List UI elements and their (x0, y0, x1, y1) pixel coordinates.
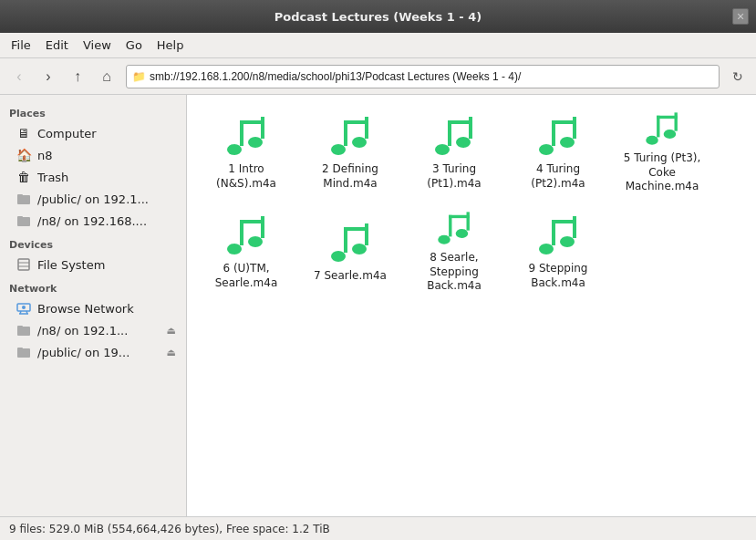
sidebar-label-public-network: /public/ on 19... (37, 346, 129, 359)
svg-point-42 (248, 236, 263, 247)
sidebar-label-computer: Computer (37, 127, 97, 140)
svg-point-36 (646, 136, 658, 145)
sidebar: Places 🖥 Computer 🏠 n8 🗑 Trash /public/ … (0, 95, 187, 516)
folder-icon: 📁 (132, 70, 146, 83)
file-name-6: 6 (U)TM, Searle.m4a (200, 262, 293, 290)
menu-view[interactable]: View (76, 36, 119, 54)
svg-rect-1 (17, 194, 23, 197)
places-section-label: Places (0, 100, 186, 122)
svg-point-51 (438, 235, 450, 244)
sidebar-item-public-network[interactable]: /public/ on 19... ⏏ (3, 341, 183, 363)
svg-point-52 (456, 229, 469, 238)
menu-edit[interactable]: Edit (38, 36, 76, 54)
svg-rect-55 (449, 215, 470, 218)
svg-rect-34 (573, 117, 576, 139)
file-name-9: 9 Stepping Back.m4a (512, 262, 605, 290)
sidebar-label-public-share: /public/ on 192.1... (37, 192, 149, 206)
file-item-8[interactable]: 8 Searle, Stepping Back.m4a (404, 203, 504, 299)
svg-rect-3 (17, 216, 23, 219)
svg-point-22 (352, 137, 367, 148)
sidebar-label-trash: Trash (37, 171, 68, 184)
file-item-6[interactable]: 6 (U)TM, Searle.m4a (196, 203, 296, 299)
svg-rect-48 (344, 227, 347, 253)
browse-network-icon (16, 300, 32, 317)
sidebar-item-public-share[interactable]: /public/ on 192.1... (3, 188, 183, 210)
home-icon: 🏠 (16, 147, 32, 163)
svg-point-32 (560, 137, 575, 148)
public-eject-icon[interactable]: ⏏ (167, 347, 176, 358)
titlebar: Podcast Lectures (Weeks 1 - 4) ✕ (0, 0, 756, 33)
sidebar-label-n8-network: /n8/ on 192.1... (37, 324, 128, 338)
folder-share-icon (16, 191, 32, 207)
main-area: Places 🖥 Computer 🏠 n8 🗑 Trash /public/ … (0, 95, 756, 516)
file-name-2: 2 Defining Mind.m4a (304, 162, 397, 191)
svg-point-31 (539, 144, 554, 155)
file-view: 1 Intro (N&S).m4a 2 Defining Mind.m4a (187, 95, 756, 516)
sidebar-label-n8-share: /n8/ on 192.168.... (37, 214, 147, 228)
svg-rect-53 (449, 215, 451, 237)
computer-icon: 🖥 (16, 125, 32, 141)
sidebar-item-computer[interactable]: 🖥 Computer (3, 122, 183, 144)
svg-rect-20 (240, 120, 264, 124)
sidebar-item-filesystem[interactable]: File System (3, 254, 183, 275)
file-item-5[interactable]: 5 Turing (Pt3), Coke Machine.m4a (612, 104, 712, 200)
svg-point-57 (560, 236, 575, 247)
svg-point-56 (539, 244, 554, 254)
sidebar-label-browse-network: Browse Network (37, 302, 134, 316)
file-grid: 1 Intro (N&S).m4a 2 Defining Mind.m4a (196, 104, 747, 507)
forward-button[interactable]: › (35, 63, 62, 90)
public-network-folder-icon (16, 344, 32, 360)
folder-n8-icon (16, 213, 32, 229)
svg-rect-43 (240, 220, 243, 245)
file-item-3[interactable]: 3 Turing (Pt1).m4a (404, 104, 504, 200)
svg-rect-18 (240, 120, 243, 146)
svg-rect-50 (344, 227, 368, 231)
svg-rect-13 (17, 326, 23, 328)
sidebar-item-n8-network[interactable]: /n8/ on 192.1... ⏏ (3, 319, 183, 341)
network-section-label: Network (0, 275, 186, 297)
svg-rect-28 (448, 120, 451, 146)
file-name-4: 4 Turing (Pt2).m4a (512, 162, 605, 191)
svg-rect-49 (365, 223, 368, 245)
svg-rect-15 (17, 348, 23, 350)
menu-go[interactable]: Go (119, 36, 150, 54)
svg-point-27 (456, 137, 471, 148)
file-name-1: 1 Intro (N&S).m4a (200, 162, 293, 191)
svg-point-16 (227, 144, 242, 155)
svg-point-17 (248, 137, 263, 148)
sidebar-item-n8[interactable]: 🏠 n8 (3, 144, 183, 166)
file-item-7[interactable]: 7 Searle.m4a (300, 203, 400, 299)
address-bar[interactable]: 📁 (126, 65, 720, 88)
close-button[interactable]: ✕ (732, 8, 749, 25)
svg-point-21 (331, 144, 346, 155)
file-item-1[interactable]: 1 Intro (N&S).m4a (196, 104, 296, 200)
svg-rect-40 (657, 116, 678, 119)
sidebar-item-n8-share[interactable]: /n8/ on 192.168.... (3, 210, 183, 232)
back-button[interactable]: ‹ (5, 63, 33, 90)
filesystem-icon (16, 256, 32, 273)
sidebar-item-trash[interactable]: 🗑 Trash (3, 166, 183, 188)
home-button[interactable]: ⌂ (93, 63, 120, 90)
svg-rect-54 (467, 212, 470, 230)
svg-point-11 (22, 306, 26, 309)
svg-rect-24 (365, 117, 368, 139)
svg-rect-23 (344, 120, 347, 146)
file-item-4[interactable]: 4 Turing (Pt2).m4a (508, 104, 608, 200)
up-button[interactable]: ↑ (64, 63, 91, 90)
svg-point-46 (331, 251, 346, 262)
sidebar-item-browse-network[interactable]: Browse Network (3, 297, 183, 319)
statusbar: 9 files: 529.0 MiB (554,664,426 bytes), … (0, 516, 756, 540)
svg-point-41 (227, 244, 242, 254)
svg-rect-38 (657, 116, 659, 138)
svg-point-26 (435, 144, 450, 155)
window-title: Podcast Lectures (Weeks 1 - 4) (274, 10, 482, 24)
address-input[interactable] (150, 70, 713, 83)
menu-file[interactable]: File (4, 36, 38, 54)
refresh-button[interactable]: ↻ (725, 64, 751, 89)
svg-rect-4 (18, 259, 29, 270)
devices-section-label: Devices (0, 232, 186, 254)
menu-help[interactable]: Help (150, 36, 192, 54)
file-item-2[interactable]: 2 Defining Mind.m4a (300, 104, 400, 200)
n8-eject-icon[interactable]: ⏏ (167, 325, 176, 337)
file-item-9[interactable]: 9 Stepping Back.m4a (508, 203, 608, 299)
